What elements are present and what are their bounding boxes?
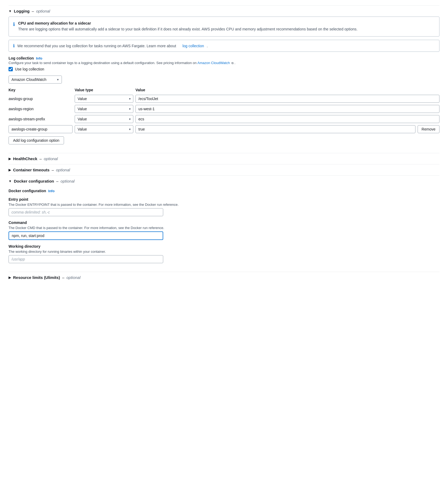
docker-config-optional-label: optional xyxy=(61,179,75,183)
container-timeouts-section-header[interactable]: ▶ Container timeouts – optional xyxy=(9,164,439,175)
rec-info-icon: ℹ xyxy=(13,43,15,48)
resource-limits-optional-label: optional xyxy=(66,275,81,280)
log-config-static-row-3: awslogs-stream-prefix Value ValueFrom xyxy=(9,115,439,123)
log-collection-info-link[interactable]: Info xyxy=(36,56,42,60)
command-label: Command xyxy=(9,220,439,225)
docker-config-section-header[interactable]: ▼ Docker configuration – optional xyxy=(9,175,439,187)
container-timeouts-toggle-icon: ▶ xyxy=(9,168,11,172)
log-config-table: Key Value type Value awslogs-group Value… xyxy=(9,88,439,133)
log-collection-group: Log collection Info Configure your task … xyxy=(9,56,439,144)
use-log-collection-label[interactable]: Use log collection xyxy=(15,67,44,71)
cpu-memory-info-box: ℹ CPU and memory allocation for a sideca… xyxy=(9,17,439,37)
info-circle-icon: ℹ xyxy=(13,21,15,27)
entry-point-desc: The Docker ENTRYPOINT that is passed to … xyxy=(9,203,439,207)
resource-limits-section-title: Resource limits (Ulimits) xyxy=(13,275,60,280)
entry-point-field: Entry point The Docker ENTRYPOINT that i… xyxy=(9,197,439,216)
healthcheck-section-title: HealthCheck xyxy=(13,156,37,161)
entry-point-input[interactable] xyxy=(9,208,163,216)
entry-point-label: Entry point xyxy=(9,197,439,202)
working-directory-input[interactable] xyxy=(9,255,163,263)
value-type-select-1[interactable]: Value ValueFrom xyxy=(75,95,133,103)
logging-section-header[interactable]: ▼ Logging – optional xyxy=(9,5,439,17)
value-type-select-2[interactable]: Value ValueFrom xyxy=(75,105,133,113)
resource-limits-toggle-icon: ▶ xyxy=(9,276,11,279)
working-directory-field: Working directory The working directory … xyxy=(9,244,439,263)
value-input-awslogs-stream-prefix[interactable] xyxy=(135,115,439,123)
value-type-select-3[interactable]: Value ValueFrom xyxy=(75,115,133,123)
key-awslogs-region: awslogs-region xyxy=(9,105,73,113)
col-header-value-type: Value type xyxy=(75,88,133,92)
use-log-collection-row: Use log collection xyxy=(9,67,439,71)
working-directory-label: Working directory xyxy=(9,244,439,249)
provider-select[interactable]: Amazon CloudWatch AWS FireLens xyxy=(9,76,62,84)
log-collection-link[interactable]: log collection xyxy=(182,44,204,48)
use-log-collection-checkbox[interactable] xyxy=(9,67,13,71)
cloudwatch-link[interactable]: Amazon CloudWatch xyxy=(197,61,230,65)
healthcheck-toggle-icon: ▶ xyxy=(9,157,11,161)
docker-config-label-row: Docker configuration Info xyxy=(9,189,439,193)
command-input[interactable] xyxy=(9,231,163,240)
container-timeouts-section-title: Container timeouts xyxy=(13,168,50,172)
key-input-awslogs-create-group[interactable] xyxy=(9,125,73,133)
logging-section: ▼ Logging – optional ℹ CPU and memory al… xyxy=(9,5,439,153)
docker-config-content: Docker configuration Info Entry point Th… xyxy=(9,187,439,272)
log-config-static-row-2: awslogs-region Value ValueFrom xyxy=(9,105,439,113)
col-header-key: Key xyxy=(9,88,73,92)
docker-config-section-title: Docker configuration xyxy=(14,179,54,183)
value-type-select-wrapper-3: Value ValueFrom xyxy=(75,115,133,123)
log-collection-description: Configure your task to send container lo… xyxy=(9,61,439,65)
logging-optional-label: optional xyxy=(36,9,50,13)
col-header-value: Value xyxy=(135,88,439,92)
value-type-select-wrapper-1: Value ValueFrom xyxy=(75,95,133,103)
cpu-memory-description: There are logging options that will auto… xyxy=(18,26,358,32)
container-timeouts-optional-label: optional xyxy=(56,168,70,172)
log-config-editable-row-1: Value ValueFrom Remove xyxy=(9,125,439,133)
cpu-memory-info-content: CPU and memory allocation for a sidecar … xyxy=(18,21,358,32)
working-directory-desc: The working directory for running binari… xyxy=(9,250,439,254)
value-input-awslogs-group[interactable] xyxy=(135,95,439,103)
value-type-select-wrapper-4: Value ValueFrom xyxy=(75,125,133,133)
resource-limits-section-header[interactable]: ▶ Resource limits (Ulimits) – optional xyxy=(9,272,439,283)
external-link-icon: ⧉ xyxy=(231,61,234,65)
docker-config-label: Docker configuration xyxy=(9,189,46,193)
docker-config-toggle-icon: ▼ xyxy=(9,179,12,183)
value-input-awslogs-create-group[interactable] xyxy=(135,125,415,133)
remove-button[interactable]: Remove xyxy=(418,125,439,133)
container-timeouts-section: ▶ Container timeouts – optional xyxy=(9,164,439,175)
provider-dropdown-wrapper: Amazon CloudWatch AWS FireLens xyxy=(9,76,439,84)
add-log-config-button[interactable]: Add log configuration option xyxy=(9,136,64,144)
provider-select-wrapper: Amazon CloudWatch AWS FireLens xyxy=(9,76,62,84)
log-config-static-row-1: awslogs-group Value ValueFrom xyxy=(9,95,439,103)
docker-config-info-link[interactable]: Info xyxy=(48,189,55,193)
log-collection-label: Log collection xyxy=(9,56,34,60)
value-input-awslogs-region[interactable] xyxy=(135,105,439,113)
resource-limits-section: ▶ Resource limits (Ulimits) – optional xyxy=(9,272,439,283)
healthcheck-section-header[interactable]: ▶ HealthCheck – optional xyxy=(9,153,439,164)
command-desc: The Docker CMD that is passed to the con… xyxy=(9,226,439,230)
logging-content: ℹ CPU and memory allocation for a sideca… xyxy=(9,17,439,151)
key-awslogs-stream-prefix: awslogs-stream-prefix xyxy=(9,115,73,123)
healthcheck-optional-label: optional xyxy=(44,156,58,161)
page-container: ▼ Logging – optional ℹ CPU and memory al… xyxy=(0,0,448,288)
logging-section-title: Logging xyxy=(14,9,30,13)
value-type-select-wrapper-2: Value ValueFrom xyxy=(75,105,133,113)
command-field: Command The Docker CMD that is passed to… xyxy=(9,220,439,240)
logging-toggle-icon: ▼ xyxy=(9,9,12,13)
log-config-header-row: Key Value type Value xyxy=(9,88,439,93)
rec-text-after: . xyxy=(207,44,208,48)
recommendation-box: ℹ We recommend that you use log collecti… xyxy=(9,40,439,52)
rec-text-before: We recommend that you use log collection… xyxy=(17,44,176,48)
value-type-select-4[interactable]: Value ValueFrom xyxy=(75,125,133,133)
key-awslogs-group: awslogs-group xyxy=(9,95,73,102)
docker-config-section: ▼ Docker configuration – optional Docker… xyxy=(9,175,439,272)
healthcheck-section: ▶ HealthCheck – optional xyxy=(9,153,439,164)
cpu-memory-title: CPU and memory allocation for a sidecar xyxy=(18,21,358,25)
